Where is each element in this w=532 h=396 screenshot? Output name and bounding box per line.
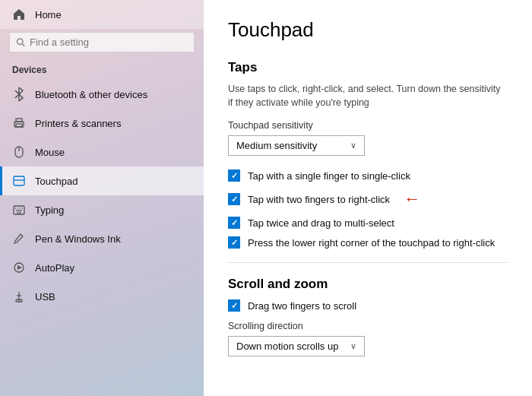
- arrow-annotation: ←: [404, 189, 420, 209]
- section-divider: [228, 262, 508, 263]
- checkbox-drag-label: Drag two fingers to scroll: [248, 300, 356, 312]
- taps-section-title: Taps: [228, 60, 508, 75]
- bluetooth-icon: [12, 87, 26, 101]
- sidebar-item-typing[interactable]: Typing: [0, 195, 204, 224]
- taps-section-desc: Use taps to click, right-click, and sele…: [228, 83, 508, 109]
- direction-value: Down motion scrolls up: [236, 341, 338, 352]
- typing-icon: [12, 203, 26, 217]
- sidebar-item-mouse-label: Mouse: [35, 147, 65, 158]
- home-label: Home: [35, 9, 62, 21]
- svg-rect-4: [16, 124, 22, 127]
- scroll-section-title: Scroll and zoom: [228, 277, 508, 292]
- usb-icon: [12, 290, 26, 303]
- sidebar-item-usb-label: USB: [35, 291, 55, 303]
- checkbox-row-drag: Drag two fingers to scroll: [228, 299, 508, 312]
- sidebar-item-usb[interactable]: USB: [0, 282, 204, 311]
- sidebar-item-bluetooth-label: Bluetooth & other devices: [35, 89, 147, 100]
- checkbox-two-label: Tap with two fingers to right-click: [248, 194, 390, 205]
- direction-dropdown[interactable]: Down motion scrolls up ∨: [228, 336, 365, 356]
- sidebar: Home Devices Bluetooth & other devices P…: [0, 0, 204, 396]
- checkbox-twice-label: Tap twice and drag to multi-select: [248, 217, 394, 229]
- search-input[interactable]: [30, 36, 188, 48]
- svg-marker-17: [17, 265, 22, 270]
- sensitivity-label: Touchpad sensitivity: [228, 120, 508, 131]
- autoplay-icon: [12, 261, 26, 274]
- checkbox-row-corner: Press the lower right corner of the touc…: [228, 236, 508, 249]
- sidebar-item-home[interactable]: Home: [0, 0, 204, 29]
- checkbox-twice[interactable]: [228, 217, 240, 229]
- checkbox-drag[interactable]: [228, 299, 240, 312]
- chevron-down-icon: ∨: [350, 141, 356, 150]
- svg-rect-7: [14, 176, 24, 185]
- pen-icon: [12, 232, 26, 246]
- sidebar-item-touchpad-label: Touchpad: [35, 176, 78, 187]
- checkbox-row-two: Tap with two fingers to right-click ←: [228, 189, 508, 209]
- touchpad-icon: [12, 174, 26, 188]
- checkbox-row-single: Tap with a single finger to single-click: [228, 169, 508, 182]
- search-box[interactable]: [9, 32, 195, 52]
- svg-line-1: [22, 44, 24, 46]
- svg-rect-3: [16, 119, 22, 122]
- search-icon: [16, 37, 25, 47]
- sidebar-item-pen-label: Pen & Windows Ink: [35, 233, 121, 245]
- checkbox-corner-label: Press the lower right corner of the touc…: [248, 237, 495, 249]
- sidebar-item-autoplay-label: AutoPlay: [35, 262, 74, 274]
- sidebar-item-pen[interactable]: Pen & Windows Ink: [0, 224, 204, 253]
- checkbox-two[interactable]: [228, 193, 240, 205]
- sidebar-item-mouse[interactable]: Mouse: [0, 138, 204, 166]
- mouse-icon: [12, 145, 26, 159]
- checkbox-single[interactable]: [228, 169, 240, 182]
- svg-point-0: [17, 39, 22, 44]
- chevron-down-direction-icon: ∨: [350, 341, 356, 351]
- sidebar-section-header: Devices: [0, 59, 204, 80]
- checkbox-corner[interactable]: [228, 236, 240, 249]
- checkbox-single-label: Tap with a single finger to single-click: [248, 170, 410, 182]
- scroll-section: Scroll and zoom Drag two fingers to scro…: [228, 277, 508, 356]
- sensitivity-dropdown[interactable]: Medium sensitivity ∨: [228, 135, 365, 156]
- sidebar-item-autoplay[interactable]: AutoPlay: [0, 253, 204, 282]
- main-content: Touchpad Taps Use taps to click, right-c…: [204, 0, 532, 396]
- printer-icon: [12, 116, 26, 130]
- sensitivity-value: Medium sensitivity: [236, 140, 317, 151]
- direction-label: Scrolling direction: [228, 321, 508, 331]
- sidebar-item-typing-label: Typing: [35, 204, 64, 216]
- checkbox-row-twice: Tap twice and drag to multi-select: [228, 217, 508, 229]
- home-icon: [12, 8, 26, 21]
- sidebar-item-touchpad[interactable]: Touchpad: [0, 166, 204, 195]
- taps-section: Taps Use taps to click, right-click, and…: [228, 60, 508, 249]
- sidebar-item-printers[interactable]: Printers & scanners: [0, 109, 204, 138]
- sidebar-item-printers-label: Printers & scanners: [35, 118, 121, 129]
- page-title: Touchpad: [228, 18, 508, 42]
- sidebar-item-bluetooth[interactable]: Bluetooth & other devices: [0, 80, 204, 109]
